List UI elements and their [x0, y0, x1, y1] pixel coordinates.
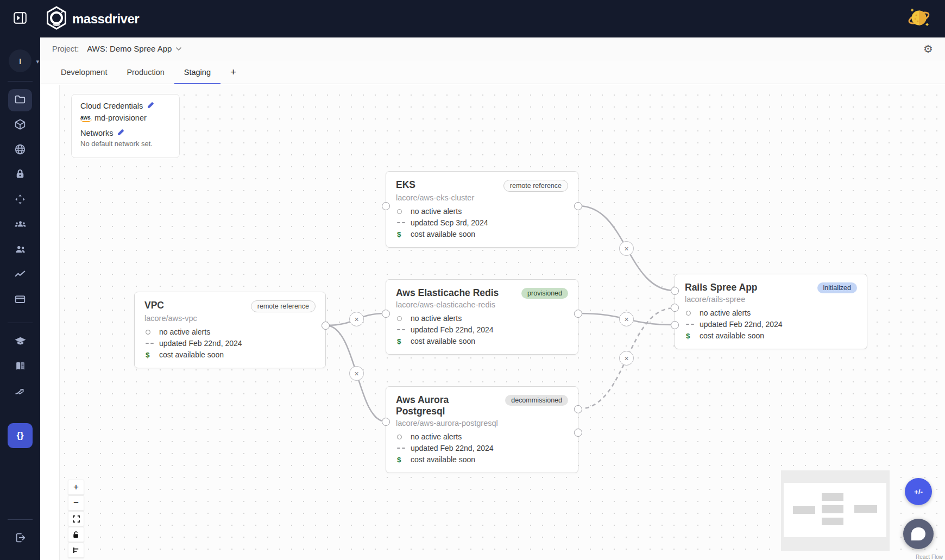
node-title: Aws Elasticache Redis [396, 287, 499, 299]
node-rails-spree-app[interactable]: Rails Spree App initialized lacore/rails… [675, 274, 867, 349]
alerts-text: no active alerts [159, 328, 210, 336]
environment-defaults-card: Cloud Credentials aws md-provisioner Net… [71, 94, 180, 158]
fit-view-button[interactable] [68, 511, 84, 526]
connection-handle[interactable] [671, 304, 679, 312]
updated-icon [396, 222, 411, 223]
divider [8, 323, 33, 323]
sidebar-item-secrets[interactable] [8, 164, 32, 186]
status-badge: provisioned [521, 288, 568, 299]
lock-open-icon [73, 531, 79, 538]
edit-networks-icon[interactable] [117, 129, 124, 137]
node-vpc[interactable]: VPC remote reference lacore/aws-vpc no a… [134, 292, 326, 368]
node-elasticache-redis[interactable]: Aws Elasticache Redis provisioned lacore… [386, 279, 578, 355]
dollar-icon: $ [144, 351, 159, 359]
minimap-node [822, 518, 843, 525]
sidebar-item-billing[interactable] [8, 289, 32, 311]
node-title: Aws Aurora Postgresql [396, 394, 500, 417]
lock-toggle-button[interactable] [68, 527, 84, 542]
alert-circle-icon [396, 316, 411, 321]
divider [8, 519, 33, 520]
delete-edge-button[interactable]: × [619, 351, 634, 366]
project-name: AWS: Demo Spree App [87, 44, 172, 53]
connection-handle[interactable] [574, 202, 582, 210]
zoom-in-button[interactable]: + [68, 480, 84, 495]
updated-text: updated Sep 3rd, 2024 [411, 218, 488, 227]
sidebar-nav: I ▾ [0, 37, 40, 560]
sidebar-item-deployments[interactable] [8, 189, 32, 211]
project-bar: Project: AWS: Demo Spree App ⚙ [40, 37, 945, 60]
sidebar-item-docs[interactable] [8, 356, 32, 378]
sidebar-item-projects[interactable] [8, 89, 32, 111]
node-title: EKS [396, 179, 415, 191]
users-group-icon [14, 218, 27, 232]
align-left-icon [73, 547, 80, 553]
connection-handle[interactable] [382, 418, 390, 426]
aws-logo: aws [80, 115, 91, 122]
chat-bubble-icon [911, 527, 925, 540]
planet-icon[interactable] [907, 6, 931, 32]
alert-circle-icon [396, 435, 411, 439]
zoom-out-button[interactable]: − [68, 495, 84, 511]
minimap[interactable] [781, 470, 890, 551]
delete-edge-button[interactable]: × [619, 241, 634, 256]
main-area: Project: AWS: Demo Spree App ⚙ Developme… [40, 37, 945, 560]
alert-circle-icon [685, 311, 700, 316]
cost-text: cost available soon [700, 331, 764, 340]
chat-button[interactable] [903, 519, 934, 549]
delete-edge-button[interactable]: × [349, 312, 364, 326]
sidebar-item-teams[interactable] [8, 214, 32, 236]
edit-credentials-icon[interactable] [147, 102, 154, 110]
brand-logo[interactable]: massdriver [46, 6, 139, 32]
node-package: lacore/aws-elasticache-redis [396, 300, 568, 309]
cost-text: cost available soon [411, 455, 475, 464]
sidebar-item-metrics[interactable] [8, 264, 32, 286]
tab-production[interactable]: Production [117, 60, 174, 84]
flow-canvas[interactable]: × × × × × Cloud Credentials aws md-provi… [40, 85, 945, 560]
updated-text: updated Feb 22nd, 2024 [411, 325, 494, 334]
book-icon [14, 360, 27, 374]
project-selector[interactable]: AWS: Demo Spree App [87, 44, 182, 53]
connection-handle[interactable] [382, 202, 390, 210]
minimap-node [854, 505, 877, 513]
node-eks[interactable]: EKS remote reference lacore/aws-eks-clus… [386, 171, 578, 248]
sidebar-item-users[interactable] [8, 239, 32, 261]
connection-handle[interactable] [322, 322, 330, 330]
branch-arrow-icon [14, 385, 27, 399]
user-menu[interactable]: I ▾ [9, 49, 32, 72]
sidebar-item-learn[interactable] [8, 331, 32, 353]
updated-text: updated Feb 22nd, 2024 [411, 444, 494, 452]
settings-gear-button[interactable]: ⚙ [923, 43, 933, 54]
connection-handle[interactable] [382, 310, 390, 318]
status-badge: remote reference [503, 180, 568, 192]
connection-handle[interactable] [574, 429, 582, 437]
cost-toggle-fab[interactable]: +/- [905, 478, 932, 505]
graduation-cap-icon [14, 335, 27, 349]
updated-icon [396, 329, 411, 330]
status-badge: remote reference [251, 300, 316, 312]
connection-handle[interactable] [671, 287, 679, 295]
sidebar-collapse-button[interactable] [14, 12, 27, 26]
sidebar-item-packages[interactable] [8, 114, 32, 136]
tab-development[interactable]: Development [51, 60, 117, 84]
panel-expand-icon [14, 12, 27, 26]
delete-edge-button[interactable]: × [619, 312, 634, 326]
credit-card-icon [14, 293, 26, 307]
cost-text: cost available soon [159, 350, 224, 359]
brand-name: massdriver [72, 11, 139, 27]
app-root: massdriver I ▾ [0, 0, 945, 560]
sidebar-item-networks[interactable] [8, 139, 32, 161]
sidebar-item-code[interactable]: {} [8, 423, 33, 448]
logout-button[interactable] [8, 527, 32, 550]
connection-handle[interactable] [671, 321, 679, 329]
minimap-node [822, 493, 843, 501]
lock-icon [15, 168, 26, 182]
connection-handle[interactable] [574, 310, 582, 318]
node-aurora-postgresql[interactable]: Aws Aurora Postgresql decommissioned lac… [386, 386, 578, 473]
sidebar-item-changelog[interactable] [8, 381, 32, 403]
connection-handle[interactable] [574, 405, 582, 413]
auto-layout-button[interactable] [68, 543, 84, 558]
add-environment-button[interactable]: + [220, 60, 246, 84]
tab-staging[interactable]: Staging [174, 60, 220, 84]
alerts-text: no active alerts [411, 432, 462, 441]
delete-edge-button[interactable]: × [349, 366, 364, 381]
